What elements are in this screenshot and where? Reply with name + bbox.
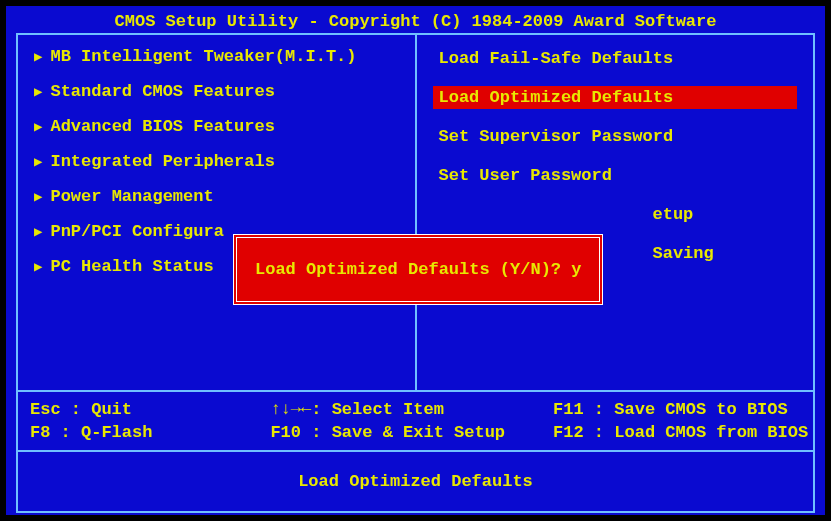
menu-item-label: PC Health Status bbox=[50, 257, 213, 276]
header-title: CMOS Setup Utility - Copyright (C) 1984-… bbox=[8, 8, 823, 33]
menu-item-label: MB Intelligent Tweaker(M.I.T.) bbox=[50, 47, 356, 66]
menu-columns: ▶ MB Intelligent Tweaker(M.I.T.) ▶ Stand… bbox=[18, 35, 813, 392]
help-group-mid: ↑↓→←: Select Item F10 : Save & Exit Setu… bbox=[270, 400, 505, 442]
help-esc: Esc : Quit bbox=[30, 400, 152, 419]
triangle-right-icon: ▶ bbox=[34, 223, 42, 240]
menu-item-integrated-peripherals[interactable]: ▶ Integrated Peripherals bbox=[34, 152, 399, 171]
triangle-right-icon: ▶ bbox=[34, 188, 42, 205]
help-group-left: Esc : Quit F8 : Q-Flash bbox=[30, 400, 152, 442]
menu-item-load-failsafe[interactable]: Load Fail-Safe Defaults bbox=[433, 47, 798, 70]
menu-left-column: ▶ MB Intelligent Tweaker(M.I.T.) ▶ Stand… bbox=[18, 35, 417, 390]
triangle-right-icon: ▶ bbox=[34, 83, 42, 100]
menu-item-load-optimized[interactable]: Load Optimized Defaults bbox=[433, 86, 798, 109]
help-f12: F12 : Load CMOS from BIOS bbox=[553, 423, 808, 442]
confirm-dialog[interactable]: Load Optimized Defaults (Y/N)? y bbox=[233, 234, 603, 305]
help-section: Esc : Quit F8 : Q-Flash ↑↓→←: Select Ite… bbox=[18, 392, 813, 452]
menu-item-label: Standard CMOS Features bbox=[50, 82, 274, 101]
footer-status: Load Optimized Defaults bbox=[18, 452, 813, 511]
menu-item-label: Integrated Peripherals bbox=[50, 152, 274, 171]
help-f11: F11 : Save CMOS to BIOS bbox=[553, 400, 808, 419]
triangle-right-icon: ▶ bbox=[34, 258, 42, 275]
menu-item-setup-partial[interactable]: etup bbox=[433, 203, 798, 226]
menu-item-user-password[interactable]: Set User Password bbox=[433, 164, 798, 187]
triangle-right-icon: ▶ bbox=[34, 153, 42, 170]
menu-right-column: Load Fail-Safe Defaults Load Optimized D… bbox=[417, 35, 814, 390]
triangle-right-icon: ▶ bbox=[34, 118, 42, 135]
help-group-right: F11 : Save CMOS to BIOS F12 : Load CMOS … bbox=[553, 400, 808, 442]
menu-item-mit[interactable]: ▶ MB Intelligent Tweaker(M.I.T.) bbox=[34, 47, 399, 66]
menu-item-label: PnP/PCI Configura bbox=[50, 222, 223, 241]
menu-item-label: Advanced BIOS Features bbox=[50, 117, 274, 136]
menu-item-advanced-bios[interactable]: ▶ Advanced BIOS Features bbox=[34, 117, 399, 136]
menu-item-standard-cmos[interactable]: ▶ Standard CMOS Features bbox=[34, 82, 399, 101]
menu-item-power-management[interactable]: ▶ Power Management bbox=[34, 187, 399, 206]
bios-screen: CMOS Setup Utility - Copyright (C) 1984-… bbox=[6, 6, 825, 515]
help-f10: F10 : Save & Exit Setup bbox=[270, 423, 505, 442]
menu-item-label: Power Management bbox=[50, 187, 213, 206]
triangle-right-icon: ▶ bbox=[34, 48, 42, 65]
help-nav: ↑↓→←: Select Item bbox=[270, 400, 505, 419]
help-f8: F8 : Q-Flash bbox=[30, 423, 152, 442]
dialog-prompt: Load Optimized Defaults (Y/N)? y bbox=[255, 260, 581, 279]
menu-item-supervisor-password[interactable]: Set Supervisor Password bbox=[433, 125, 798, 148]
